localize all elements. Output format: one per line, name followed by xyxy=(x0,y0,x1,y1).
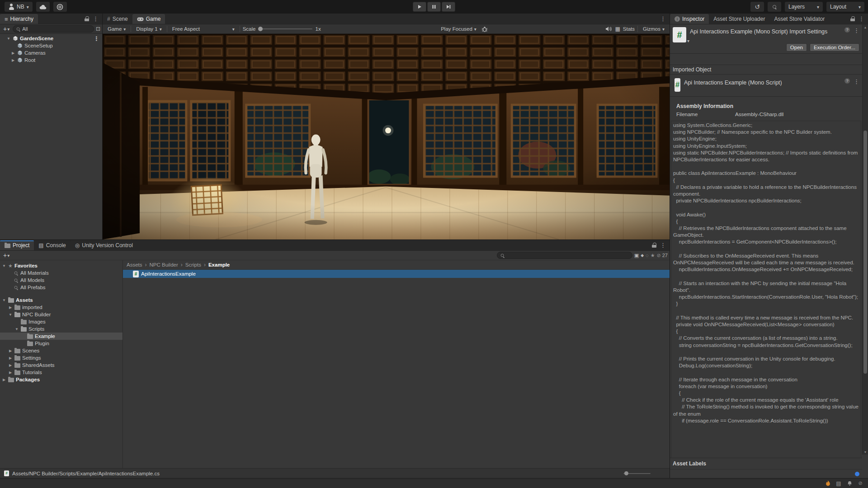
game-viewport[interactable] xyxy=(103,34,670,239)
asset-bundle-dot[interactable] xyxy=(855,472,859,476)
expand-closed-icon[interactable] xyxy=(11,58,15,62)
item-menu-icon[interactable] xyxy=(94,35,99,42)
tree-item[interactable]: Settings xyxy=(0,354,123,361)
asset-labels-section[interactable]: Asset Labels xyxy=(670,458,862,469)
hierarchy-item[interactable]: SceneSetup xyxy=(0,42,102,49)
breadcrumb-item[interactable]: Scripts xyxy=(185,262,201,267)
expand-open-icon[interactable] xyxy=(2,298,6,302)
scale-slider-knob[interactable] xyxy=(258,27,263,31)
lock-icon[interactable] xyxy=(850,16,855,21)
context-menu-icon[interactable] xyxy=(854,78,859,85)
expand-open-icon[interactable] xyxy=(8,313,13,317)
tab-inspector[interactable]: i Inspector xyxy=(670,14,709,24)
scale-slider[interactable] xyxy=(258,28,312,29)
expand-closed-icon[interactable] xyxy=(2,378,6,382)
lock-icon[interactable] xyxy=(85,16,89,21)
vsync-grid-icon[interactable] xyxy=(615,26,620,32)
project-search[interactable] xyxy=(497,252,632,259)
inspector-scrollbar[interactable]: ▲ ▼ xyxy=(862,24,868,455)
tree-item-assets[interactable]: Assets xyxy=(0,296,123,304)
icon-dropdown-arrow[interactable] xyxy=(687,38,689,43)
tab-unity-version-control[interactable]: Unity Version Control xyxy=(71,240,137,250)
hierarchy-search-input[interactable] xyxy=(22,26,91,32)
expand-closed-icon[interactable] xyxy=(8,363,13,367)
hidden-package-count[interactable]: 27 xyxy=(657,253,668,258)
breadcrumb-item[interactable]: NPC Builder xyxy=(150,262,178,267)
add-gameobject-button[interactable] xyxy=(2,25,11,33)
expand-closed-icon[interactable] xyxy=(8,371,13,375)
notification-bell-icon[interactable] xyxy=(846,480,853,487)
hierarchy-item-scene[interactable]: GardenScene xyxy=(0,35,102,42)
search-by-label-icon[interactable] xyxy=(641,253,644,258)
tree-item-favorites[interactable]: Favorites xyxy=(0,262,123,269)
tree-item[interactable]: All Prefabs xyxy=(0,284,123,291)
add-asset-button[interactable] xyxy=(2,252,11,259)
mute-audio-icon[interactable] xyxy=(605,26,612,32)
search-button[interactable] xyxy=(768,2,781,12)
tree-item[interactable]: Scenes xyxy=(0,347,123,354)
gizmos-dropdown[interactable]: Gizmos xyxy=(641,24,667,33)
aspect-dropdown[interactable]: Free Aspect xyxy=(170,24,237,33)
tree-item[interactable]: imported xyxy=(0,304,123,311)
focus-mode-dropdown[interactable]: Play Focused xyxy=(439,24,479,33)
help-icon[interactable]: ? xyxy=(844,27,850,33)
tree-item-example-selected[interactable]: Example xyxy=(0,333,123,340)
expand-closed-icon[interactable] xyxy=(8,356,13,360)
expand-open-icon[interactable] xyxy=(2,264,6,268)
scene-picker-icon[interactable] xyxy=(96,26,100,32)
hierarchy-search[interactable] xyxy=(13,25,94,33)
tree-item[interactable]: SharedAssets xyxy=(0,361,123,369)
asset-item-selected[interactable]: # ApiInteractionsExample xyxy=(123,270,670,278)
expand-open-icon[interactable] xyxy=(6,37,11,41)
tree-item[interactable]: All Models xyxy=(0,277,123,284)
debug-icon[interactable] xyxy=(481,26,488,32)
execution-order-button[interactable]: Execution Order... xyxy=(810,43,859,52)
expand-closed-icon[interactable] xyxy=(8,349,13,353)
hierarchy-item[interactable]: Root xyxy=(0,56,102,64)
open-button[interactable]: Open xyxy=(786,43,807,52)
history-button[interactable] xyxy=(750,2,764,12)
panel-menu-icon[interactable] xyxy=(660,15,666,22)
panel-menu-icon[interactable] xyxy=(660,242,666,249)
layout-dropdown[interactable]: Layout xyxy=(826,2,864,12)
scrollbar-thumb[interactable] xyxy=(863,131,867,374)
search-by-type-icon[interactable] xyxy=(634,253,639,258)
breadcrumb-item-current[interactable]: Example xyxy=(208,262,230,267)
tab-console[interactable]: Console xyxy=(34,240,70,250)
project-search-input[interactable] xyxy=(506,253,629,258)
game-target-dropdown[interactable]: Game xyxy=(105,24,128,33)
tab-hierarchy[interactable]: Hierarchy xyxy=(0,14,38,24)
breadcrumb-item[interactable]: Assets xyxy=(127,262,142,267)
console-log-icon[interactable] xyxy=(835,480,842,487)
step-button[interactable] xyxy=(442,2,455,12)
tree-item[interactable]: Scripts xyxy=(0,325,123,333)
save-search-icon[interactable] xyxy=(651,253,655,258)
tab-asset-store-uploader[interactable]: Asset Store Uploader xyxy=(709,14,769,24)
lock-icon[interactable] xyxy=(652,243,656,248)
expand-open-icon[interactable] xyxy=(14,327,19,331)
display-dropdown[interactable]: Display 1 xyxy=(134,24,164,33)
tab-asset-store-validator[interactable]: Asset Store Validator xyxy=(769,14,829,24)
tree-item[interactable]: NPC Builder xyxy=(0,311,123,318)
scroll-down-icon[interactable]: ▼ xyxy=(864,449,867,455)
expand-closed-icon[interactable] xyxy=(11,51,15,55)
search-by-import-icon[interactable] xyxy=(646,253,649,258)
account-dropdown[interactable]: NB xyxy=(5,2,33,12)
tree-item[interactable]: Tutorials xyxy=(0,369,123,376)
panel-menu-icon[interactable] xyxy=(93,15,99,22)
hierarchy-item[interactable]: Cameras xyxy=(0,49,102,56)
stats-toggle[interactable]: Stats xyxy=(623,26,635,32)
tab-scene[interactable]: Scene xyxy=(103,14,132,24)
tab-project[interactable]: Project xyxy=(0,240,34,250)
asset-zoom-slider[interactable] xyxy=(623,473,651,474)
scroll-up-icon[interactable]: ▲ xyxy=(864,24,867,30)
context-menu-icon[interactable] xyxy=(854,27,859,34)
tree-item[interactable]: Plugin xyxy=(0,340,123,347)
unity-hub-button[interactable] xyxy=(53,2,67,12)
tree-item-packages[interactable]: Packages xyxy=(0,376,123,383)
scrollbar-track[interactable] xyxy=(863,30,868,449)
asset-zoom-knob[interactable] xyxy=(624,471,628,475)
tab-game[interactable]: Game xyxy=(132,14,165,24)
cloud-button[interactable] xyxy=(36,2,50,12)
tree-item[interactable]: Images xyxy=(0,318,123,325)
